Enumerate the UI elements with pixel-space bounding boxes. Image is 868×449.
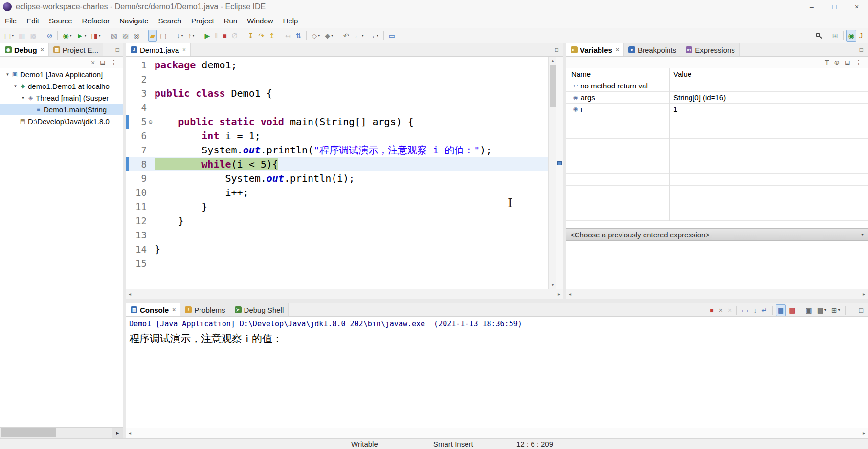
open-task-button[interactable]: ▢ xyxy=(158,30,168,42)
resume-button[interactable]: ▶ xyxy=(203,30,212,42)
menu-run[interactable]: Run xyxy=(219,14,243,28)
profile-button[interactable]: ◆▾ xyxy=(323,30,335,42)
pin-console-button[interactable]: ▣ xyxy=(804,304,814,316)
minimize-view-button[interactable]: – xyxy=(851,46,855,53)
editor-vertical-scrollbar[interactable]: ▴ ▾ xyxy=(548,57,556,289)
next-annotation-dropdown[interactable]: ▾ xyxy=(181,33,183,38)
code-lines[interactable]: 1package demo1;23public class Demo1 {45⊖… xyxy=(126,57,548,289)
terminate-button[interactable]: ■ xyxy=(221,30,228,42)
scrollbar-thumb[interactable] xyxy=(1,428,56,437)
scroll-lock-button[interactable]: ↓ xyxy=(751,304,758,316)
new-wizard-dropdown[interactable]: ▾ xyxy=(12,33,14,38)
coverage-button[interactable]: ◨▾ xyxy=(89,30,103,42)
variable-row[interactable]: ◉i1 xyxy=(566,104,868,115)
word-wrap-button[interactable]: ↵ xyxy=(759,304,769,316)
debug-button[interactable]: ◉▾ xyxy=(61,30,73,42)
scroll-left-arrow[interactable]: ◂ xyxy=(129,431,131,436)
code-line[interactable]: 14} xyxy=(126,242,548,257)
debug-tab-debug[interactable]: ◉Debug× xyxy=(0,43,49,56)
use-step-filters-button[interactable]: ⇅ xyxy=(294,30,304,42)
editor-horizontal-scrollbar[interactable]: ◂ ▸ xyxy=(126,289,563,299)
pin-editor-button[interactable]: ▭ xyxy=(387,30,397,42)
expression-combo[interactable]: <Choose a previously entered expression>… xyxy=(566,228,868,241)
collapse-all-button[interactable]: ⊟ xyxy=(843,57,852,68)
tab-close-icon[interactable]: × xyxy=(41,46,44,53)
code-line[interactable]: 11 } xyxy=(126,200,548,214)
previous-annotation-button[interactable]: ↑▾ xyxy=(186,30,197,42)
run-last-tool-button[interactable]: ◇▾ xyxy=(310,30,322,42)
column-header-value[interactable]: Value xyxy=(669,70,691,78)
console-tab-console[interactable]: ▤Console× xyxy=(126,303,180,316)
tree-expander[interactable]: ▼ xyxy=(12,84,19,88)
tree-item[interactable]: ▼◆demo1.Demo1 at localho xyxy=(0,80,123,92)
show-on-stdout-button[interactable]: ▤ xyxy=(776,304,786,316)
menu-window[interactable]: Window xyxy=(242,14,278,28)
new-wizard-button[interactable]: ▤▾ xyxy=(2,30,16,42)
display-selected-console-dropdown[interactable]: ▾ xyxy=(824,308,826,312)
open-console-button[interactable]: ⊞▾ xyxy=(829,304,842,316)
step-into-button[interactable]: ↧ xyxy=(246,30,256,42)
expression-detail-area[interactable] xyxy=(566,241,868,289)
new-java-project-button[interactable]: ▧ xyxy=(109,30,119,42)
console-output-area[interactable]: Demo1 [Java Application] D:\Develop\Java… xyxy=(126,317,868,428)
scroll-right-arrow[interactable]: ▸ xyxy=(863,431,865,436)
code-line[interactable]: 3public class Demo1 { xyxy=(126,86,548,101)
coverage-dropdown[interactable]: ▾ xyxy=(99,33,101,38)
fold-marker[interactable]: ⊖ xyxy=(147,115,155,129)
editor-tab-demo1-java[interactable]: JDemo1.java× xyxy=(126,43,191,56)
drop-to-frame-button[interactable]: ↤ xyxy=(283,30,293,42)
profile-dropdown[interactable]: ▾ xyxy=(331,33,333,38)
vars-tab-breakpoints[interactable]: ●Breakpoints xyxy=(624,43,681,56)
vars-tab-expressions[interactable]: xyExpressions xyxy=(681,43,740,56)
code-line[interactable]: 9 System.out.println(i); xyxy=(126,171,548,186)
code-line[interactable]: 5⊖ public static void main(String[] args… xyxy=(126,115,548,129)
scrollbar-thumb[interactable] xyxy=(550,65,556,107)
code-line[interactable]: 13 xyxy=(126,228,548,242)
save-button[interactable]: ▦ xyxy=(17,30,27,42)
show-on-stderr-button[interactable]: ▤ xyxy=(787,304,797,316)
window-maximize-button[interactable]: □ xyxy=(823,0,846,14)
open-element-button[interactable]: ▨ xyxy=(120,30,131,42)
show-logical-structures-button[interactable]: ⊕ xyxy=(832,57,842,68)
clear-console-button[interactable]: ▭ xyxy=(740,304,750,316)
variable-row[interactable]: ◉argsString[0] (id=16) xyxy=(566,92,868,104)
scroll-left-arrow[interactable]: ◂ xyxy=(129,292,131,297)
code-line[interactable]: 8 while(i < 5){ xyxy=(126,157,548,171)
code-line[interactable]: 4 xyxy=(126,101,548,115)
minimize-view-button[interactable]: – xyxy=(547,46,550,53)
back-button[interactable]: ←▾ xyxy=(352,30,366,42)
vars-tab-variables[interactable]: x=Variables× xyxy=(566,43,624,56)
back-dropdown[interactable]: ▾ xyxy=(362,33,364,38)
display-selected-console-button[interactable]: ▤▾ xyxy=(815,304,828,316)
maximize-view-button[interactable]: □ xyxy=(860,46,863,53)
tree-item[interactable]: ▤D:\Develop\Java\jdk1.8.0 xyxy=(0,115,123,127)
step-over-button[interactable]: ↷ xyxy=(257,30,267,42)
save-all-button[interactable]: ▩ xyxy=(28,30,38,42)
menu-help[interactable]: Help xyxy=(278,14,303,28)
maximize-view-button[interactable]: □ xyxy=(857,304,865,316)
terminate-button[interactable]: ■ xyxy=(708,304,715,316)
step-return-button[interactable]: ↥ xyxy=(267,30,277,42)
suspend-button[interactable]: ‖ xyxy=(213,30,220,42)
open-perspective-button[interactable]: ⊞ xyxy=(830,30,840,42)
code-line[interactable]: 7 System.out.println("程序调试演示，注意观察 i 的值："… xyxy=(126,143,548,157)
code-line[interactable]: 15 xyxy=(126,257,548,271)
code-line[interactable]: 2 xyxy=(126,72,548,86)
current-line-marker[interactable] xyxy=(557,161,562,165)
debug-perspective-button[interactable]: ◉ xyxy=(846,30,856,42)
search-button[interactable]: ◎ xyxy=(132,30,141,42)
previous-annotation-dropdown[interactable]: ▾ xyxy=(193,33,195,38)
code-line[interactable]: 6 int i = 1; xyxy=(126,129,548,143)
tab-close-icon[interactable]: × xyxy=(182,46,186,53)
tree-item[interactable]: ▼▣Demo1 [Java Application] xyxy=(0,68,123,80)
console-tab-problems[interactable]: !Problems xyxy=(180,303,230,316)
run-button[interactable]: ►▾ xyxy=(75,30,89,42)
console-horizontal-scrollbar[interactable]: ◂ ▸ xyxy=(126,428,868,438)
show-type-names-button[interactable]: T xyxy=(823,57,831,68)
menu-refactor[interactable]: Refactor xyxy=(77,14,115,28)
chevron-down-icon[interactable]: ▾ xyxy=(857,229,868,240)
menu-project[interactable]: Project xyxy=(186,14,219,28)
debug-tab-project-e[interactable]: ▤Project E... xyxy=(49,43,103,56)
collapse-all-button[interactable]: ⊟ xyxy=(98,57,108,68)
scroll-right-arrow[interactable]: ▸ xyxy=(112,428,123,438)
